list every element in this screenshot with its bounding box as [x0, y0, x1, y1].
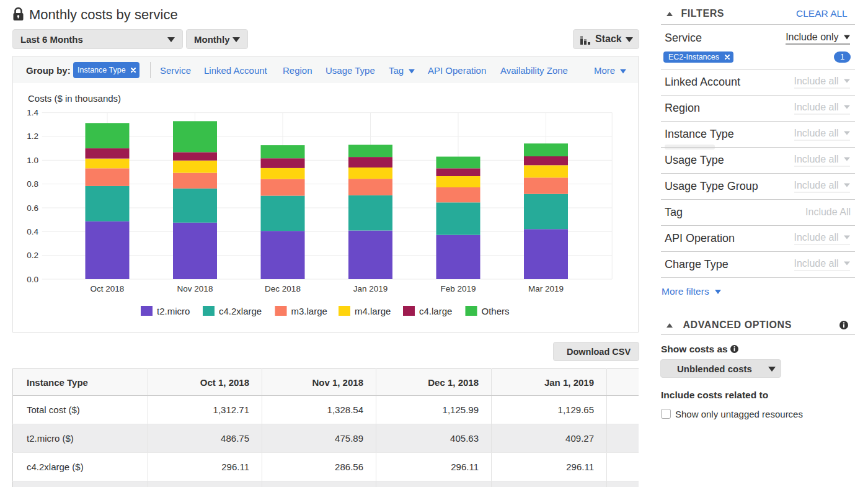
svg-text:c4.2xlarge: c4.2xlarge — [219, 306, 262, 316]
svg-text:Oct 2018: Oct 2018 — [91, 284, 125, 293]
svg-text:Nov 2018: Nov 2018 — [177, 284, 213, 293]
svg-text:Feb 2019: Feb 2019 — [440, 284, 476, 293]
svg-text:Costs ($ in thousands): Costs ($ in thousands) — [28, 93, 121, 104]
svg-text:Jan 2019: Jan 2019 — [353, 284, 388, 293]
svg-text:1.0: 1.0 — [27, 156, 38, 165]
svg-text:0.8: 0.8 — [27, 179, 38, 189]
svg-text:t2.micro: t2.micro — [157, 306, 190, 316]
svg-text:m3.large: m3.large — [291, 306, 327, 316]
svg-text:0.4: 0.4 — [27, 227, 38, 236]
svg-text:Others: Others — [482, 306, 510, 316]
svg-text:0.0: 0.0 — [27, 275, 38, 284]
svg-text:Mar 2019: Mar 2019 — [528, 284, 564, 293]
svg-text:0.2: 0.2 — [27, 251, 38, 260]
svg-text:1.4: 1.4 — [27, 108, 38, 117]
svg-text:m4.large: m4.large — [355, 306, 391, 316]
svg-text:Dec 2018: Dec 2018 — [265, 284, 301, 293]
svg-text:1.2: 1.2 — [27, 132, 38, 141]
svg-text:c4.large: c4.large — [419, 306, 452, 316]
svg-text:0.6: 0.6 — [27, 203, 38, 213]
